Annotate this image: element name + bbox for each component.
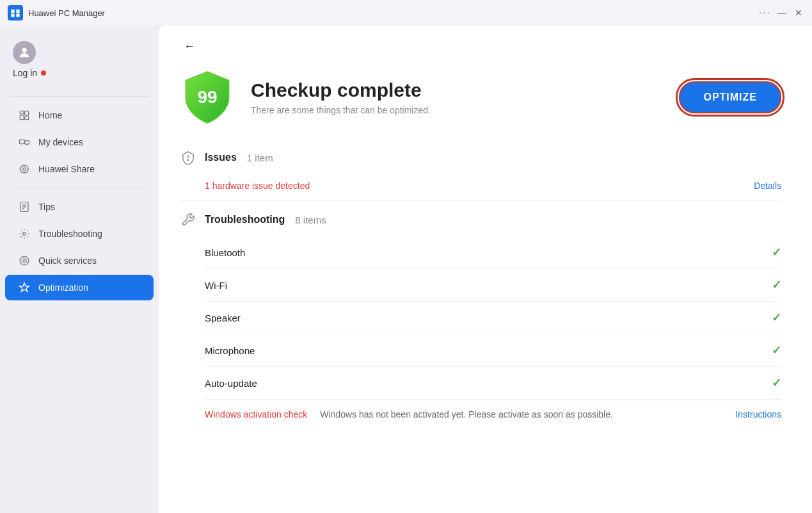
check-label-speaker: Speaker [205, 313, 241, 323]
svg-rect-8 [25, 117, 29, 120]
sidebar-label-huawei-share: Huawei Share [38, 164, 95, 174]
close-button[interactable]: ✕ [793, 7, 804, 19]
check-row-autoupdate: Auto-update ✓ [205, 367, 781, 400]
tips-icon [18, 200, 31, 213]
sidebar-label-tips: Tips [38, 202, 55, 212]
issues-count: 1 item [247, 152, 273, 163]
svg-point-4 [22, 48, 26, 53]
sidebar-label-home: Home [38, 110, 62, 120]
login-row[interactable]: Log in [13, 68, 46, 78]
troubleshoot-nav-icon [18, 227, 31, 240]
svg-point-17 [23, 232, 26, 236]
svg-point-11 [20, 165, 28, 173]
activation-row: Windows activation check Windows has not… [205, 400, 781, 428]
hero-title: Checkup complete [251, 79, 431, 101]
issues-title: Issues [205, 152, 237, 163]
titlebar-left: Huawei PC Manager [8, 5, 105, 20]
troubleshoot-title: Troubleshooting [205, 214, 285, 225]
svg-rect-1 [16, 10, 19, 13]
titlebar-controls: ··· — ✕ [759, 7, 804, 19]
check-row-microphone: Microphone ✓ [205, 334, 781, 367]
check-ok-bluetooth: ✓ [772, 245, 781, 259]
issues-section: Issues 1 item 1 hardware issue detected … [159, 141, 812, 200]
activation-label: Windows activation check [205, 409, 307, 419]
optimize-button[interactable]: OPTIMIZE [679, 81, 781, 113]
check-label-microphone: Microphone [205, 345, 255, 356]
svg-rect-10 [25, 141, 29, 144]
check-label-autoupdate: Auto-update [205, 378, 257, 389]
check-label-wifi: Wi-Fi [205, 280, 227, 291]
check-row-bluetooth: Bluetooth ✓ [205, 236, 781, 269]
issues-icon [179, 149, 197, 167]
sidebar-divider-2 [10, 188, 148, 188]
sidebar-label-my-devices: My devices [38, 137, 83, 147]
troubleshoot-count: 8 items [295, 215, 326, 225]
sidebar-label-optimization: Optimization [38, 282, 88, 293]
content-area: ← 99 [159, 26, 812, 513]
troubleshoot-section-icon [179, 211, 197, 229]
svg-point-19 [187, 159, 188, 160]
sidebar-item-huawei-share[interactable]: Huawei Share [5, 156, 154, 182]
minimize-button[interactable]: — [776, 7, 788, 19]
check-ok-microphone: ✓ [772, 343, 781, 357]
services-icon [18, 254, 31, 267]
shield-badge: 99 [179, 69, 235, 126]
activation-desc: Windows has not been activated yet. Plea… [320, 409, 722, 419]
svg-rect-7 [25, 111, 29, 115]
dots-icon[interactable]: ··· [759, 7, 771, 19]
sidebar-item-my-devices[interactable]: My devices [5, 129, 154, 155]
sidebar: Log in Home [0, 26, 159, 513]
svg-rect-3 [16, 13, 19, 17]
check-row-wifi: Wi-Fi ✓ [205, 269, 781, 302]
main-layout: Log in Home [0, 26, 812, 513]
share-icon [18, 163, 31, 175]
sidebar-item-home[interactable]: Home [5, 102, 154, 128]
details-link[interactable]: Details [754, 181, 781, 191]
devices-icon [18, 136, 31, 149]
check-ok-speaker: ✓ [772, 311, 781, 325]
check-row-speaker: Speaker ✓ [205, 302, 781, 334]
sidebar-divider-1 [10, 96, 148, 97]
hero-subtitle: There are some things that can be optimi… [251, 105, 431, 115]
check-ok-wifi: ✓ [772, 278, 781, 292]
sidebar-item-quick-services[interactable]: Quick services [5, 248, 154, 273]
user-section: Log in [0, 36, 159, 91]
issues-row: 1 hardware issue detected Details [179, 174, 781, 200]
titlebar: Huawei PC Manager ··· — ✕ [0, 0, 812, 26]
sidebar-item-troubleshooting[interactable]: Troubleshooting [5, 221, 154, 247]
sidebar-label-quick-services: Quick services [38, 256, 97, 266]
hero-text: Checkup complete There are some things t… [251, 79, 431, 115]
check-ok-autoupdate: ✓ [772, 376, 781, 390]
sidebar-label-troubleshooting: Troubleshooting [38, 229, 102, 239]
login-label: Log in [13, 68, 37, 78]
check-label-bluetooth: Bluetooth [205, 247, 245, 258]
sidebar-item-optimization[interactable]: Optimization [5, 275, 154, 300]
optimization-icon [18, 281, 31, 294]
notification-dot [41, 70, 46, 76]
svg-rect-0 [11, 10, 14, 13]
avatar [13, 41, 36, 64]
back-button[interactable]: ← [179, 36, 200, 56]
troubleshoot-header: Troubleshooting 8 items [179, 211, 781, 236]
app-logo [8, 5, 23, 20]
hero-left: 99 Checkup complete There are some thing… [179, 69, 431, 126]
hero-section: 99 Checkup complete There are some thing… [159, 61, 812, 141]
svg-rect-6 [20, 115, 24, 120]
hardware-issue-text: 1 hardware issue detected [205, 181, 310, 191]
svg-point-12 [23, 168, 26, 171]
shield-score: 99 [197, 87, 217, 108]
svg-rect-5 [20, 111, 24, 114]
instructions-link[interactable]: Instructions [735, 409, 781, 419]
home-icon [18, 109, 31, 122]
sidebar-item-tips[interactable]: Tips [5, 194, 154, 220]
issues-header: Issues 1 item [179, 141, 781, 174]
troubleshoot-section: Troubleshooting 8 items Bluetooth ✓ Wi-F… [159, 200, 812, 428]
svg-rect-2 [11, 13, 14, 17]
svg-rect-9 [20, 140, 25, 143]
app-title: Huawei PC Manager [28, 8, 105, 18]
content-header: ← [159, 26, 812, 61]
